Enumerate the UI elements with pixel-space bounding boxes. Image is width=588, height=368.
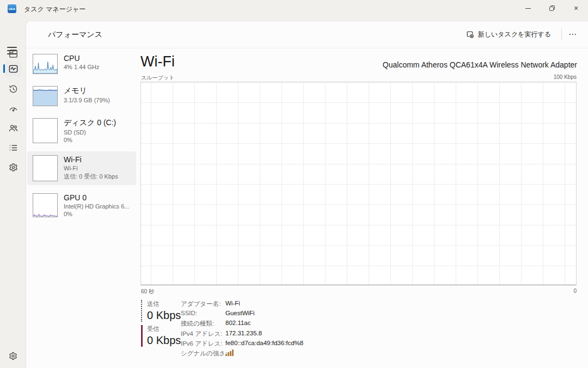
titlebar: タスク マネージャー × [0, 0, 588, 17]
more-options-icon: ⋯ [568, 29, 577, 39]
memory-sparkline [33, 86, 58, 106]
history-icon [8, 84, 19, 94]
field-label-signal: シグナルの強さ: [181, 349, 225, 358]
sidebar-item-performance[interactable] [5, 61, 21, 76]
signal-strength-icon [225, 349, 234, 356]
adapter-fields: アダプター名: Wi-Fi SSID: GuestWiFi 接続の種類: 802… [181, 300, 303, 359]
chart-time-window: 60 秒 [141, 288, 154, 296]
header-button-divider [561, 29, 562, 40]
new-task-icon [465, 30, 474, 39]
throughput-chart[interactable] [140, 82, 577, 285]
close-button[interactable]: × [564, 0, 588, 16]
wifi-sparkline [33, 155, 58, 181]
field-value-adapter: Wi-Fi [225, 300, 303, 306]
field-label-ipv4: IPv4 アドレス: [181, 330, 225, 338]
sidebar-item-startup-apps[interactable] [5, 101, 21, 116]
perf-item-title: メモリ [64, 86, 110, 96]
field-label-adapter: アダプター名: [181, 300, 225, 308]
task-manager-app-icon [8, 4, 16, 13]
details-icon [8, 143, 19, 153]
minimize-button[interactable] [516, 0, 540, 16]
field-label-connection-type: 接続の種類: [181, 320, 225, 328]
perf-item-sub: SD (SD) [64, 129, 116, 136]
field-value-ipv6: fe80::d7ca:da49:fd36:fcd%8 [225, 340, 303, 346]
perf-item-wifi[interactable]: Wi-Fi Wi-Fi 送信: 0 受信: 0 Kbps [27, 151, 136, 185]
perf-item-sub: 4% 1.44 GHz [64, 64, 99, 70]
sidebar-item-users[interactable] [5, 120, 21, 136]
perf-item-sub: Wi-Fi [64, 165, 118, 171]
gpu-sparkline [33, 193, 58, 217]
detail-title: Wi-Fi [140, 53, 175, 70]
startup-icon [8, 103, 19, 114]
field-value-signal [225, 349, 303, 357]
run-new-task-button[interactable]: 新しいタスクを実行する [461, 27, 555, 41]
nav-rail [0, 17, 26, 368]
processes-icon [8, 48, 19, 59]
window-title: タスク マネージャー [24, 5, 85, 14]
chart-max-scale: 100 Kbps [554, 74, 577, 80]
field-label-ipv6: IPv6 アドレス: [181, 340, 225, 348]
cpu-sparkline [33, 54, 58, 74]
perf-item-sub2: 送信: 0 受信: 0 Kbps [64, 173, 118, 181]
close-icon: × [574, 4, 578, 13]
sidebar-item-services[interactable] [5, 160, 21, 175]
perf-item-title: CPU [64, 54, 99, 63]
header-divider [26, 48, 588, 48]
page-title: パフォーマンス [48, 30, 102, 40]
perf-item-sub: 3.1/3.9 GB (79%) [64, 97, 110, 103]
run-new-task-label: 新しいタスクを実行する [478, 30, 551, 39]
restore-button[interactable] [540, 0, 564, 16]
perf-item-cpu[interactable]: CPU 4% 1.44 GHz [27, 50, 136, 78]
restore-icon [549, 5, 555, 11]
users-icon [8, 123, 19, 133]
throughput-label: スループット [141, 74, 174, 82]
sidebar-item-processes[interactable] [5, 46, 21, 61]
field-value-connection-type: 802.11ac [225, 320, 303, 326]
performance-sidebar-list: CPU 4% 1.44 GHz メモリ 3.1/3.9 GB (79%) ディス… [27, 50, 136, 221]
more-options-button[interactable]: ⋯ [565, 27, 580, 41]
adapter-name: Qualcomm Atheros QCA61x4A Wireless Netwo… [383, 60, 577, 69]
field-label-ssid: SSID: [181, 310, 225, 316]
field-value-ssid: GuestWiFi [225, 310, 303, 316]
disk-sparkline [33, 118, 58, 143]
settings-button[interactable] [5, 348, 21, 364]
perf-item-disk0[interactable]: ディスク 0 (C:) SD (SD) 0% [27, 114, 136, 147]
sidebar-item-app-history[interactable] [5, 81, 21, 96]
minimize-icon [525, 8, 531, 9]
chart-min-scale: 0 [573, 288, 577, 294]
perf-item-gpu0[interactable]: GPU 0 Intel(R) HD Graphics 6... 0% [27, 189, 136, 221]
perf-item-title: GPU 0 [64, 193, 129, 202]
perf-item-sub2: 0% [64, 211, 129, 217]
field-value-ipv4: 172.31.235.8 [225, 330, 303, 336]
services-icon [8, 162, 19, 173]
settings-gear-icon [8, 351, 18, 361]
performance-icon [8, 64, 19, 74]
perf-item-memory[interactable]: メモリ 3.1/3.9 GB (79%) [27, 82, 136, 110]
perf-item-sub: Intel(R) HD Graphics 6... [64, 203, 129, 210]
sidebar-item-details[interactable] [5, 140, 21, 155]
perf-item-sub2: 0% [64, 137, 116, 143]
perf-item-title: Wi-Fi [64, 155, 118, 164]
perf-item-title: ディスク 0 (C:) [64, 118, 116, 128]
